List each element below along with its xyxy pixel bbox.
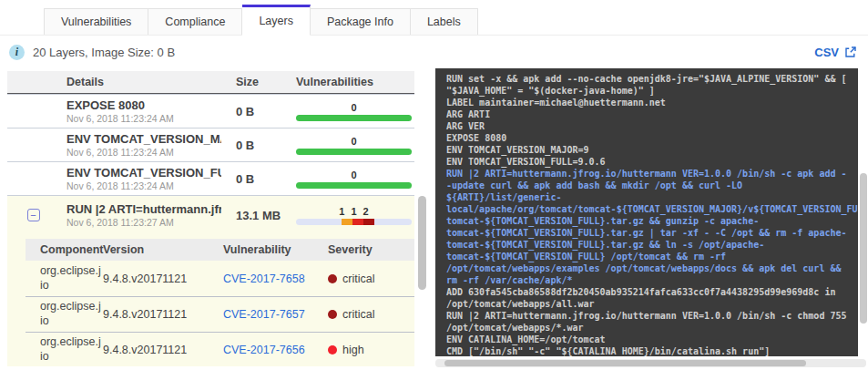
dockerfile-line: RUN |2 ARTI=huttermann.jfrog.io/hutterma… xyxy=(446,310,858,322)
vulnerabilities-column-header: Vulnerabilities xyxy=(287,76,414,88)
dockerfile-line: ENV TOMCAT_VERSION_FULL=9.0.6 xyxy=(446,156,858,168)
severity-segment xyxy=(342,219,353,225)
dockerfile-line: RUN set -x && apk add --no-cache openjdk… xyxy=(446,73,858,85)
layers-table-header: Details Size Vulnerabilities xyxy=(7,71,414,94)
vulnerability-counts: 1 1 2 xyxy=(296,206,412,217)
layer-size: 0 B xyxy=(236,139,254,152)
cve-link[interactable]: CVE-2017-7656 xyxy=(223,344,305,356)
code-panel-hscrollbar[interactable] xyxy=(435,359,866,367)
tab-layers[interactable]: Layers xyxy=(242,5,311,36)
code-panel-scrollbar[interactable] xyxy=(860,68,867,356)
component-version: 9.4.8.v20171121 xyxy=(103,272,187,285)
layer-size: 0 B xyxy=(236,172,254,186)
tab-labels[interactable]: Labels xyxy=(411,8,478,36)
component-name: org.eclipse.j io xyxy=(40,335,101,363)
dockerfile-line: tomcat-${TOMCAT_VERSION_FULL}.tar.gz && … xyxy=(446,215,858,227)
severity-dot xyxy=(328,310,337,319)
component-version: 9.4.8.v20171121 xyxy=(103,344,187,356)
layer-size: 0 B xyxy=(236,105,254,118)
vulnerability-bar xyxy=(296,115,412,121)
collapse-button[interactable]: − xyxy=(27,209,40,221)
severity-dot xyxy=(328,345,337,355)
code-panel-scrollbar-thumb[interactable] xyxy=(860,173,867,324)
layers-summary: 20 Layers, Image Size: 0 B xyxy=(33,46,175,59)
tab-bar: Vulnerabilities Compliance Layers Packag… xyxy=(44,5,478,36)
layer-command: ENV TOMCAT_VERSION_FULL... xyxy=(66,166,221,180)
dockerfile-line: -update curl && apk add bash && mkdir /o… xyxy=(446,180,858,191)
table-row[interactable]: ENV TOMCAT_VERSION_MAJ... Nov 6, 2018 11… xyxy=(7,128,414,161)
dockerfile-line: /opt/tomcat/webapps/*.war xyxy=(446,322,858,334)
dockerfile-line: LABEL maintainer=michael@huettermann.net xyxy=(446,97,858,108)
dockerfile-line: /opt/tomcat/webapps/all.war xyxy=(446,298,858,310)
cve-table-row[interactable]: org.eclipse.j io 9.4.8.v20171121 CVE-201… xyxy=(26,332,414,367)
component-column-header: Component xyxy=(26,243,96,256)
vulnerability-count: 0 xyxy=(296,102,412,113)
dockerfile-line: EXPOSE 8080 xyxy=(446,132,858,144)
code-panel-hscrollbar-thumb[interactable] xyxy=(444,360,806,366)
severity-label: high xyxy=(342,344,364,356)
dockerfile-line: ARG ARTI xyxy=(446,108,858,120)
severity-segment xyxy=(363,219,375,225)
cve-link[interactable]: CVE-2017-7657 xyxy=(223,308,305,321)
layer-date: Nov 6, 2018 11:23:24 AM xyxy=(66,180,221,191)
cve-table-row[interactable]: org.eclipse.j io 9.4.8.v20171121 CVE-201… xyxy=(26,261,414,296)
details-column-header: Details xyxy=(59,76,221,88)
table-row[interactable]: ENV TOMCAT_VERSION_FULL... Nov 6, 2018 1… xyxy=(7,161,414,195)
export-icon[interactable] xyxy=(844,46,857,58)
dockerfile-line: tomcat-${TOMCAT_VERSION_FULL} /opt/tomca… xyxy=(446,251,858,262)
dockerfile-line: tomcat-${TOMCAT_VERSION_FULL}.tar.gz && … xyxy=(446,239,858,251)
cve-link[interactable]: CVE-2017-7658 xyxy=(223,272,305,285)
dockerfile-line: local/apache/org/tomcat/tomcat-${TOMCAT_… xyxy=(446,203,858,215)
dockerfile-line: tomcat-${TOMCAT_VERSION_FULL}.tar.gz | t… xyxy=(446,227,858,239)
layers-view: Vulnerabilities Compliance Layers Packag… xyxy=(0,0,868,370)
severity-label: critical xyxy=(342,308,374,321)
dockerfile-line: CMD ["/bin/sh" "-c" "${CATALINA_HOME}/bi… xyxy=(446,345,858,356)
layer-date: Nov 6, 2018 11:23:24 AM xyxy=(66,113,221,124)
csv-export-button[interactable]: CSV xyxy=(814,46,857,59)
layer-command: ENV TOMCAT_VERSION_MAJ... xyxy=(66,132,221,146)
layer-command: RUN |2 ARTI=huttermann.jfrog.i... xyxy=(66,202,221,216)
table-row-expanded[interactable]: − RUN |2 ARTI=huttermann.jfrog.i... Nov … xyxy=(7,196,414,234)
count-critical: 2 xyxy=(363,206,369,217)
layer-date: Nov 6, 2018 11:23:27 AM xyxy=(66,217,221,228)
layer-command: EXPOSE 8080 xyxy=(66,98,221,112)
cve-table: Component Version Vulnerability Severity… xyxy=(26,239,414,367)
dockerfile-line: rm -rf /var/cache/apk/* xyxy=(446,274,858,286)
count-medium: 1 xyxy=(339,206,344,217)
table-row[interactable]: EXPOSE 8080 Nov 6, 2018 11:23:24 AM 0 B … xyxy=(7,94,414,128)
dockerfile-line: RUN |2 ARTI=huttermann.jfrog.io/hutterma… xyxy=(446,168,858,180)
tabbar-divider xyxy=(0,35,868,36)
tab-vulnerabilities[interactable]: Vulnerabilities xyxy=(44,8,148,36)
vulnerability-count: 0 xyxy=(296,170,412,180)
csv-label[interactable]: CSV xyxy=(814,46,839,59)
cve-table-header: Component Version Vulnerability Severity xyxy=(26,239,414,261)
info-icon: i xyxy=(9,45,25,60)
dockerfile-line: "$JAVA_HOME" = "$(docker-java-home)" ] xyxy=(446,85,858,97)
severity-label: critical xyxy=(342,272,374,285)
severity-column-header: Severity xyxy=(321,243,414,256)
count-high: 1 xyxy=(351,206,356,217)
left-panel-scrollbar[interactable] xyxy=(418,73,426,365)
layer-date: Nov 6, 2018 11:23:24 AM xyxy=(66,147,221,158)
dockerfile-line: ADD 630fa545cba86588df2b20450ab935214faf… xyxy=(446,286,858,298)
version-column-header: Version xyxy=(96,243,214,256)
dockerfile-panel[interactable]: RUN set -x && apk add --no-cache openjdk… xyxy=(435,68,858,356)
component-name: org.eclipse.j io xyxy=(40,300,101,327)
cve-table-row[interactable]: org.eclipse.j io 9.4.8.v20171121 CVE-201… xyxy=(26,296,414,332)
vulnerability-bar xyxy=(296,182,412,189)
vulnerability-count: 0 xyxy=(296,136,412,147)
left-panel-scrollbar-thumb[interactable] xyxy=(418,196,426,290)
layers-table: Details Size Vulnerabilities EXPOSE 8080… xyxy=(7,71,414,195)
vulnerability-column-header: Vulnerability xyxy=(214,243,321,256)
tab-package-info[interactable]: Package Info xyxy=(311,8,411,36)
dockerfile-line: /opt/tomcat/webapps/examples /opt/tomcat… xyxy=(446,262,858,274)
component-name: org.eclipse.j io xyxy=(40,264,101,292)
dockerfile-line: ENV CATALINA_HOME=/opt/tomcat xyxy=(446,334,858,345)
size-column-header: Size xyxy=(221,76,287,88)
summary-row: i 20 Layers, Image Size: 0 B CSV xyxy=(9,41,857,63)
dockerfile-line: ENV TOMCAT_VERSION_MAJOR=9 xyxy=(446,144,858,156)
severity-segment xyxy=(352,219,363,225)
vulnerability-bar xyxy=(296,219,412,225)
vulnerability-bar xyxy=(296,149,412,155)
tab-compliance[interactable]: Compliance xyxy=(148,8,242,36)
